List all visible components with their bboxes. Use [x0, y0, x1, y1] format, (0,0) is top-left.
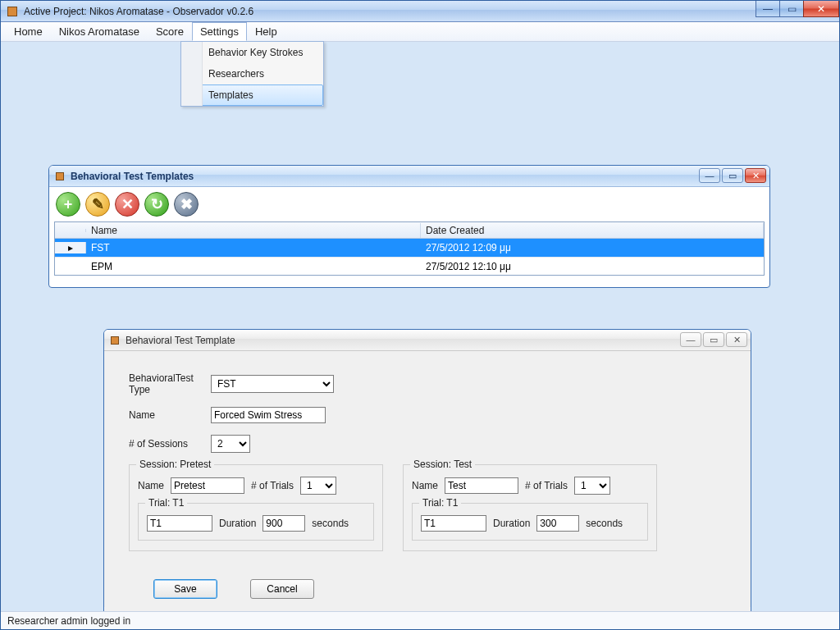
editor-maximize-button[interactable]: ▭ [703, 332, 724, 347]
menu-settings[interactable]: Settings [192, 22, 247, 41]
duration-input[interactable] [262, 515, 305, 532]
label-type: BehavioralTest Type [129, 372, 211, 395]
label-trials: # of Trials [251, 480, 294, 491]
sessions-select[interactable]: 2 [211, 435, 250, 453]
editor-title: Behavioral Test Template [126, 335, 235, 346]
edit-button[interactable]: ✎ [85, 192, 110, 217]
editor-titlebar[interactable]: Behavioral Test Template — ▭ ✕ [104, 330, 751, 351]
grid-column-name[interactable]: Name [86, 223, 421, 238]
label-name: Name [129, 409, 211, 421]
label-session-name: Name [138, 480, 164, 491]
templates-toolbar: + ✎ ✕ ↻ ✖ [54, 190, 765, 221]
label-session-name: Name [412, 480, 438, 491]
grid-column-date[interactable]: Date Created [421, 223, 764, 238]
sessions-container: Session: Pretest Name # of Trials 1 Tria… [129, 464, 726, 551]
name-input[interactable] [211, 407, 326, 423]
duration-input[interactable] [536, 515, 579, 532]
grid-row[interactable]: EPM 27/5/2012 12:10 μμ [55, 257, 764, 275]
templates-title: Behavioral Test Templates [71, 171, 194, 182]
session-test-fieldset: Session: Test Name # of Trials 1 Trial: … [403, 464, 657, 551]
editor-minimize-button[interactable]: — [680, 332, 701, 347]
statusbar: Researcher admin logged in [1, 611, 839, 629]
row-selector-icon: ▸ [55, 242, 86, 253]
grid-row[interactable]: ▸ FST 27/5/2012 12:09 μμ [55, 239, 764, 257]
label-duration: Duration [219, 518, 256, 529]
session-name-input[interactable] [171, 477, 244, 494]
status-text: Researcher admin logged in [7, 615, 130, 627]
clear-button[interactable]: ✖ [174, 192, 199, 217]
trial-name-input[interactable] [147, 515, 212, 532]
cell-name: FST [86, 240, 421, 255]
client-area: Behavioral Test Templates — ▭ ✕ + ✎ ✕ ↻ … [1, 42, 839, 611]
label-sessions: # of Sessions [129, 438, 211, 450]
menu-home[interactable]: Home [6, 22, 51, 41]
cancel-button[interactable]: Cancel [250, 579, 314, 599]
maximize-button[interactable]: ▭ [779, 1, 804, 17]
editor-window: Behavioral Test Template — ▭ ✕ Behaviora… [103, 329, 751, 611]
save-button[interactable]: Save [153, 579, 217, 599]
templates-minimize-button[interactable]: — [699, 168, 720, 183]
templates-body: + ✎ ✕ ↻ ✖ Name Date Created ▸ FST 27 [49, 187, 769, 281]
app-icon [6, 5, 19, 18]
trials-select[interactable]: 1 [574, 477, 610, 495]
session-pretest-fieldset: Session: Pretest Name # of Trials 1 Tria… [129, 464, 383, 551]
trial-fieldset: Trial: T1 Duration seconds [412, 503, 648, 541]
trial-legend: Trial: T1 [419, 497, 461, 509]
menu-help[interactable]: Help [247, 22, 285, 41]
settings-dropdown: Behavior Key Strokes Researchers Templat… [180, 41, 324, 107]
editor-window-icon [109, 335, 121, 346]
refresh-button[interactable]: ↻ [144, 192, 169, 217]
add-button[interactable]: + [56, 192, 80, 217]
templates-window: Behavioral Test Templates — ▭ ✕ + ✎ ✕ ↻ … [48, 165, 770, 288]
editor-buttons: Save Cancel [153, 579, 726, 599]
label-seconds: seconds [312, 518, 349, 529]
window-controls: — ▭ ✕ [756, 1, 839, 21]
trials-select[interactable]: 1 [300, 477, 336, 495]
trial-name-input[interactable] [421, 515, 486, 532]
session-name-input[interactable] [445, 477, 518, 494]
templates-maximize-button[interactable]: ▭ [722, 168, 743, 183]
dropdown-gutter [181, 42, 203, 106]
label-trials: # of Trials [525, 480, 568, 491]
close-button[interactable]: ✕ [803, 1, 839, 17]
main-title: Active Project: Nikos Aromatase - Observ… [24, 6, 253, 17]
grid-rowhead-column[interactable] [55, 229, 86, 232]
cell-date: 27/5/2012 12:09 μμ [421, 240, 764, 255]
minimize-button[interactable]: — [756, 1, 780, 17]
main-window: Active Project: Nikos Aromatase - Observ… [0, 0, 840, 630]
templates-window-icon [54, 171, 66, 182]
label-duration: Duration [493, 518, 530, 529]
type-select[interactable]: FST [211, 375, 334, 393]
label-seconds: seconds [586, 518, 623, 529]
templates-grid: Name Date Created ▸ FST 27/5/2012 12:09 … [54, 221, 765, 276]
trial-fieldset: Trial: T1 Duration seconds [138, 503, 374, 541]
trial-legend: Trial: T1 [145, 497, 187, 509]
editor-close-button[interactable]: ✕ [726, 332, 747, 347]
templates-titlebar[interactable]: Behavioral Test Templates — ▭ ✕ [49, 166, 769, 187]
editor-body: BehavioralTest Type FST Name # of Sessio… [104, 351, 751, 607]
main-titlebar[interactable]: Active Project: Nikos Aromatase - Observ… [1, 1, 839, 22]
cell-date: 27/5/2012 12:10 μμ [421, 259, 764, 274]
menu-project[interactable]: Nikos Aromatase [51, 22, 148, 41]
menu-score[interactable]: Score [148, 22, 192, 41]
templates-close-button[interactable]: ✕ [745, 168, 766, 183]
session-legend: Session: Test [410, 459, 475, 470]
menubar: Home Nikos Aromatase Score Settings Help… [1, 22, 839, 42]
session-legend: Session: Pretest [136, 459, 214, 470]
delete-button[interactable]: ✕ [115, 192, 139, 217]
grid-header: Name Date Created [55, 222, 764, 239]
cell-name: EPM [86, 259, 421, 274]
